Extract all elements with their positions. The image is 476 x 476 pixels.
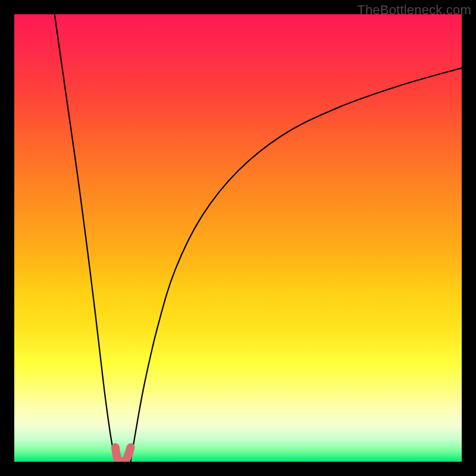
watermark-text: TheBottleneck.com xyxy=(357,2,471,18)
gradient-plot-area xyxy=(14,14,462,462)
